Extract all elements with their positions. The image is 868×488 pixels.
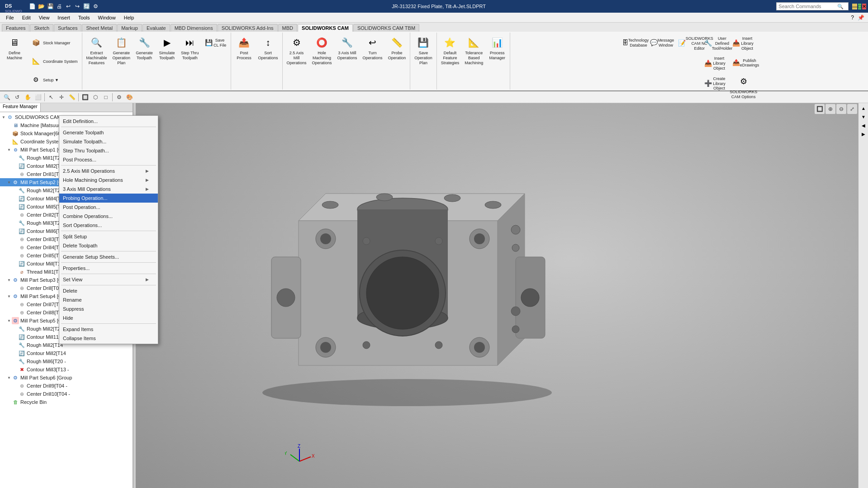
menu-window[interactable]: Window — [94, 14, 120, 22]
step-thru-btn[interactable]: ⏭ Step ThruToolpath — [179, 33, 201, 62]
menu-edit[interactable]: Edit — [18, 14, 35, 22]
tree-rough-t20b[interactable]: 🔧 Rough Mill6[T20 - — [0, 357, 133, 365]
create-lib-btn[interactable]: ➕ Create Library Object — [702, 74, 729, 93]
expand-setup2[interactable]: ▼ — [6, 180, 12, 185]
insert-lib-btn[interactable]: 📥 Insert Library Object — [702, 53, 729, 72]
minimize-btn[interactable]: — — [852, 4, 857, 9]
ctx-suppress[interactable]: Suppress — [59, 304, 158, 313]
print-btn[interactable]: 🖨 — [55, 2, 63, 10]
publish-btn[interactable]: 📤 Publish eDrawings — [730, 53, 757, 71]
ctx-combine-ops[interactable]: Combine Operations... — [59, 212, 158, 221]
ctx-properties[interactable]: Properties... — [59, 264, 158, 273]
post-process-btn[interactable]: 📤 PostProcess — [233, 33, 255, 62]
menu-help[interactable]: Help — [120, 14, 138, 22]
tab-evaluate[interactable]: Evaluate — [142, 24, 170, 32]
fit-view-btn[interactable]: ⤢ — [847, 104, 857, 114]
tree-cdrill10[interactable]: ⊕ Center Drill10[T04 - — [0, 390, 133, 398]
help-btn[interactable]: ? — [849, 14, 856, 22]
move-btn[interactable]: ✛ — [57, 92, 66, 102]
user-tool-btn[interactable]: 🔧 User Defined Tool/Holder — [702, 33, 729, 52]
ctx-expand[interactable]: Expand Items — [59, 325, 158, 334]
expand-setup1[interactable]: ▼ — [6, 147, 12, 152]
sort-operations-btn[interactable]: ↕ SortOperations — [256, 33, 280, 62]
ctx-hole-ops[interactable]: Hole Machining Operations — [59, 175, 158, 185]
coord-system-btn[interactable]: 📐 Coordinate System — [26, 52, 80, 70]
menu-insert[interactable]: Insert — [53, 14, 74, 22]
menu-file[interactable]: File — [2, 14, 18, 22]
rebuild-btn[interactable]: 🔄 — [82, 2, 90, 10]
ctx-sim-toolpath[interactable]: Simulate Toolpath... — [59, 137, 158, 146]
save-btn[interactable]: 💾 — [46, 2, 54, 10]
tab-addins[interactable]: SOLIDWORKS Add-Ins — [218, 24, 278, 32]
view-3d-btn[interactable]: 🔲 — [815, 104, 825, 114]
insert-lib2-btn[interactable]: 📥 Insert Library Object — [730, 33, 757, 52]
tolerance-btn[interactable]: 📐 ToleranceBasedMachining — [462, 33, 485, 67]
turn-ops-btn[interactable]: ↩ TurnOperations — [360, 33, 385, 62]
tab-surfaces[interactable]: Surfaces — [54, 24, 81, 32]
redo-btn[interactable]: ↪ — [73, 2, 81, 10]
ctx-post-process[interactable]: Post Process... — [59, 155, 158, 164]
save-cl-btn[interactable]: 💾 Save CL File — [202, 33, 229, 52]
tree-contour12[interactable]: 🔄 Contour Mill2[T14 — [0, 349, 133, 357]
panel-tab-tree[interactable]: Feature Manager — [0, 103, 41, 112]
probe-op-btn[interactable]: 📏 ProbeOperation — [386, 33, 408, 62]
tab-markup[interactable]: Markup — [117, 24, 142, 32]
menu-view[interactable]: View — [35, 14, 54, 22]
tree-setup6[interactable]: ▼ ⚙ Mill Part Setup6 [Group — [0, 374, 133, 382]
new-btn[interactable]: 📄 — [28, 2, 36, 10]
define-machine-btn[interactable]: 🖥 DefineMachine — [4, 33, 25, 62]
tab-mbd-dimensions[interactable]: MBD Dimensions — [171, 24, 217, 32]
3axis-btn[interactable]: 🔧 3 Axis MillOperations — [335, 33, 360, 62]
ctx-set-view[interactable]: Set View — [59, 275, 158, 284]
view-orient-btn[interactable]: 🔲 — [80, 92, 90, 102]
maximize-btn[interactable]: □ — [858, 4, 861, 9]
pan-btn[interactable]: ✋ — [23, 92, 33, 102]
ctx-gen-setup-sheets[interactable]: Generate Setup Sheets... — [59, 252, 158, 261]
ctx-rename[interactable]: Rename — [59, 295, 158, 304]
extract-machinable-btn[interactable]: 🔍 ExtractMachinableFeatures — [84, 33, 109, 67]
appearance-btn[interactable]: 🎨 — [124, 92, 134, 102]
ctx-delete[interactable]: Delete — [59, 286, 158, 295]
process-mgr-btn[interactable]: 📊 ProcessManager — [486, 33, 508, 62]
tree-cdrill9[interactable]: ⊕ Center Drill9[T04 - — [0, 382, 133, 390]
rt-btn-3[interactable]: ◀ — [859, 121, 868, 129]
hole-ops-btn[interactable]: ⭕ HoleMachiningOperations — [310, 33, 334, 67]
tab-sw-cam-tbm[interactable]: SOLIDWORKS CAM TBM — [353, 24, 419, 32]
ctx-sort-ops[interactable]: Sort Operations... — [59, 221, 158, 230]
stock-manager-btn[interactable]: 📦 Stock Manager — [26, 33, 80, 52]
tab-features[interactable]: Features — [2, 24, 29, 32]
ctx-split-setup[interactable]: Split Setup — [59, 232, 158, 241]
zoom-fit-btn[interactable]: 🔍 — [2, 92, 12, 102]
tab-mbd[interactable]: MBD — [278, 24, 297, 32]
default-feat-btn[interactable]: ⭐ DefaultFeatureStrategies — [439, 33, 462, 67]
menu-tools[interactable]: Tools — [74, 14, 94, 22]
ctx-25axis[interactable]: 2.5 Axis Mill Operations — [59, 166, 158, 175]
ctx-step-toolpath[interactable]: Step Thru Toolpath... — [59, 146, 158, 155]
tab-sw-cam[interactable]: SOLIDWORKS CAM — [298, 24, 353, 32]
ctx-post-op[interactable]: Post Operation... — [59, 203, 158, 212]
options-btn[interactable]: ⚙ — [91, 2, 100, 10]
ctx-3axis[interactable]: 3 Axis Mill Operations — [59, 185, 158, 194]
zoom-area-btn[interactable]: ⬜ — [33, 92, 43, 102]
tab-sheet-metal[interactable]: Sheet Metal — [82, 24, 117, 32]
pin-btn[interactable]: 📌 — [856, 14, 866, 22]
save-op-plan-btn[interactable]: 💾 SaveOperationPlan — [412, 33, 435, 67]
ctx-hide[interactable]: Hide — [59, 313, 158, 322]
25axis-btn[interactable]: ⚙ 2.5 AxisMillOperations — [285, 33, 309, 67]
close-btn[interactable]: ✕ — [862, 4, 866, 9]
ctx-probing-op[interactable]: Probing Operation... — [59, 194, 158, 203]
search-input[interactable] — [778, 4, 837, 9]
gen-op-plan-btn[interactable]: 📋 GenerateOperationPlan — [110, 33, 133, 67]
expand-nc-manager[interactable]: ▼ — [1, 114, 6, 120]
smart-dim-btn[interactable]: 📏 — [67, 92, 77, 102]
undo-btn[interactable]: ↩ — [64, 2, 72, 10]
ctx-collapse[interactable]: Collapse Items — [59, 334, 158, 343]
rotate-btn[interactable]: ↺ — [12, 92, 22, 102]
rt-btn-4[interactable]: ▶ — [859, 130, 868, 138]
ctx-edit-def[interactable]: Edit Definition... — [59, 117, 158, 126]
viewport[interactable]: X Y Z 🔲 ⊕ ⊖ ⤢ — [136, 103, 858, 488]
tab-sketch[interactable]: Sketch — [30, 24, 53, 32]
msg-window-btn[interactable]: 💬 Message Window — [648, 33, 675, 52]
rt-btn-1[interactable]: ▲ — [859, 104, 868, 112]
tree-contour13-red[interactable]: ✖ Contour Mill3[T13 - — [0, 365, 133, 374]
